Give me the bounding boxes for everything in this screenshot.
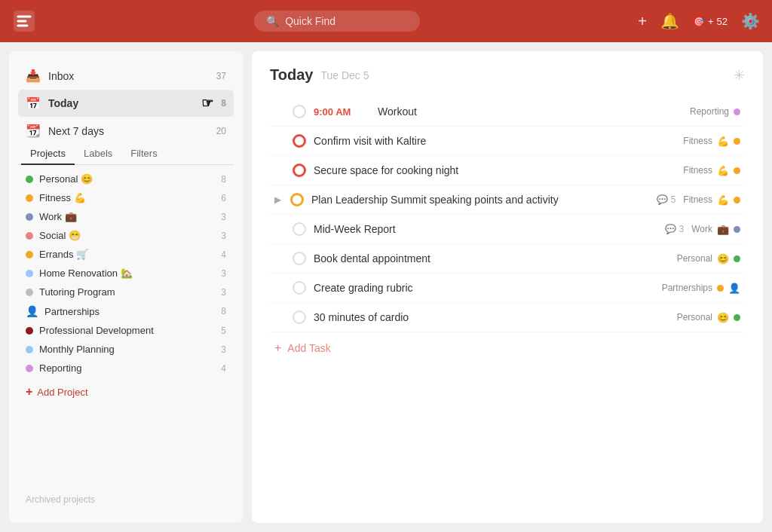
task-project-dot-t3 bbox=[734, 167, 740, 174]
project-dot-fitness bbox=[26, 194, 33, 202]
tab-projects[interactable]: Projects bbox=[21, 145, 75, 165]
task-meta-t5: Work 💼 bbox=[691, 224, 740, 235]
project-count-monthly: 3 bbox=[221, 344, 226, 355]
task-text-t1: Workout bbox=[378, 105, 682, 118]
sidebar-item-personal[interactable]: Personal 😊 8 bbox=[18, 170, 234, 188]
sidebar-item-tutoring[interactable]: Tutoring Program 3 bbox=[18, 283, 234, 301]
task-item-t2[interactable]: Confirm visit with Kaltire Fitness 💪 bbox=[270, 127, 745, 156]
task-text-t2: Confirm visit with Kaltire bbox=[314, 135, 676, 147]
task-project-t2: Fitness bbox=[683, 136, 712, 146]
topbar-actions: + 🔔 🎯 + 52 ⚙️ bbox=[638, 12, 760, 30]
project-dot-work bbox=[26, 213, 33, 221]
next7-label: Next 7 days bbox=[48, 125, 209, 137]
task-checkbox-t7[interactable] bbox=[293, 281, 306, 295]
main-content: Today Tue Dec 5 ✳ 9:00 AM Workout Report… bbox=[252, 51, 763, 523]
today-label: Today bbox=[48, 97, 191, 109]
sidebar-item-social[interactable]: Social 😁 3 bbox=[18, 226, 234, 245]
tab-labels[interactable]: Labels bbox=[75, 145, 121, 165]
sidebar-item-home[interactable]: Home Renovation 🏡 3 bbox=[18, 264, 234, 283]
karma-value: 52 bbox=[717, 16, 728, 27]
sidebar-item-errands[interactable]: Errands 🛒 4 bbox=[18, 245, 234, 264]
task-item-t4[interactable]: ▶ Plan Leadership Summit speaking points… bbox=[270, 185, 745, 215]
sidebar-item-today[interactable]: 📅 Today ☞ 8 bbox=[18, 90, 234, 117]
add-task-label: Add Task bbox=[287, 342, 330, 354]
task-item-t8[interactable]: 30 minutes of cardio Personal 😊 bbox=[270, 303, 745, 332]
project-count-personal: 8 bbox=[221, 174, 226, 185]
task-project-dot-t4 bbox=[734, 197, 740, 203]
task-project-t8: Personal bbox=[677, 312, 712, 323]
projects-tabs: Projects Labels Filters bbox=[18, 145, 234, 165]
task-project-t6: Personal bbox=[677, 253, 712, 264]
task-project-emoji-t2: 💪 bbox=[717, 136, 729, 147]
sidebar-item-fitness[interactable]: Fitness 💪 6 bbox=[18, 188, 234, 207]
task-meta-t4: Fitness 💪 bbox=[683, 194, 740, 206]
add-task-row[interactable]: + Add Task bbox=[270, 332, 745, 364]
project-dot-reporting bbox=[26, 365, 33, 372]
sidebar-item-next7[interactable]: 📆 Next 7 days 20 bbox=[18, 118, 234, 143]
task-item-t5[interactable]: Mid-Week Report 💬 3 Work 💼 bbox=[270, 215, 745, 244]
task-text-t4: Plan Leadership Summit speaking points a… bbox=[311, 194, 649, 206]
task-item-t1[interactable]: 9:00 AM Workout Reporting bbox=[270, 97, 745, 127]
topbar: 🔍 Quick Find + 🔔 🎯 + 52 ⚙️ bbox=[0, 0, 772, 42]
add-task-plus-icon: + bbox=[274, 341, 281, 355]
content-date: Tue Dec 5 bbox=[320, 69, 369, 81]
inbox-label: Inbox bbox=[48, 70, 209, 82]
task-item-t3[interactable]: Secure space for cooking night Fitness 💪 bbox=[270, 156, 745, 185]
settings-snowflake-icon[interactable]: ✳ bbox=[734, 68, 745, 83]
add-project-button[interactable]: + Add Project bbox=[18, 381, 234, 403]
task-checkbox-t1[interactable] bbox=[293, 105, 306, 118]
project-label-reporting: Reporting bbox=[39, 362, 215, 374]
karma-icon: 🎯 bbox=[693, 16, 705, 27]
sidebar-item-inbox[interactable]: 📥 Inbox 37 bbox=[18, 63, 234, 88]
task-project-dot-t8 bbox=[734, 314, 740, 321]
task-meta-t2: Fitness 💪 bbox=[683, 136, 740, 147]
task-meta-t6: Personal 😊 bbox=[677, 253, 740, 264]
settings-gear-icon[interactable]: ⚙️ bbox=[741, 12, 760, 30]
task-project-emoji-t5: 💼 bbox=[717, 224, 729, 235]
project-label-home: Home Renovation 🏡 bbox=[39, 268, 215, 279]
content-header: Today Tue Dec 5 ✳ bbox=[270, 66, 745, 84]
task-item-t6[interactable]: Book dental appointment Personal 😊 bbox=[270, 244, 745, 274]
project-count-fitness: 6 bbox=[221, 193, 226, 203]
projects-list: Personal 😊 8 Fitness 💪 6 Work 💼 3 Social… bbox=[18, 170, 234, 378]
project-label-fitness: Fitness 💪 bbox=[39, 192, 215, 203]
project-dot-tutoring bbox=[26, 289, 33, 296]
task-checkbox-t3[interactable] bbox=[293, 164, 306, 177]
task-project-emoji-t3: 💪 bbox=[717, 165, 729, 176]
expand-arrow-icon[interactable]: ▶ bbox=[274, 194, 281, 205]
page-title: Today bbox=[270, 66, 313, 84]
project-dot-social bbox=[26, 232, 33, 240]
sidebar-item-prodev[interactable]: Professional Development 5 bbox=[18, 321, 234, 340]
app-logo[interactable] bbox=[12, 9, 36, 33]
project-label-errands: Errands 🛒 bbox=[39, 249, 215, 260]
task-checkbox-t2[interactable] bbox=[293, 134, 306, 148]
task-meta-t7: Partnerships 👤 bbox=[662, 283, 740, 294]
task-list: 9:00 AM Workout Reporting Confirm visit … bbox=[270, 97, 745, 332]
sidebar-item-monthly[interactable]: Monthly Planning 3 bbox=[18, 340, 234, 359]
next7-calendar-icon: 📆 bbox=[26, 124, 41, 138]
task-checkbox-t5[interactable] bbox=[293, 222, 306, 236]
task-checkbox-t8[interactable] bbox=[293, 310, 306, 324]
tab-filters[interactable]: Filters bbox=[121, 145, 166, 165]
sidebar-item-work[interactable]: Work 💼 3 bbox=[18, 207, 234, 226]
sidebar-item-partnerships[interactable]: 👤 Partnerships 8 bbox=[18, 301, 234, 321]
header-actions: ✳ bbox=[734, 67, 745, 84]
add-button[interactable]: + bbox=[638, 13, 647, 30]
task-item-t7[interactable]: Create grading rubric Partnerships 👤 bbox=[270, 274, 745, 303]
project-label-monthly: Monthly Planning bbox=[39, 344, 215, 355]
sidebar-item-reporting[interactable]: Reporting 4 bbox=[18, 359, 234, 378]
comment-count-t4: 💬 5 bbox=[657, 194, 676, 205]
project-count-tutoring: 3 bbox=[221, 287, 226, 298]
quick-find-search[interactable]: 🔍 Quick Find bbox=[254, 11, 420, 32]
project-count-work: 3 bbox=[221, 212, 226, 222]
partnerships-person-icon: 👤 bbox=[26, 305, 38, 317]
task-checkbox-t6[interactable] bbox=[293, 252, 306, 265]
project-count-social: 3 bbox=[221, 231, 226, 241]
today-calendar-icon: 📅 bbox=[26, 96, 41, 111]
karma-badge[interactable]: 🎯 + 52 bbox=[693, 16, 728, 27]
task-checkbox-t4[interactable] bbox=[290, 193, 304, 206]
notification-bell-icon[interactable]: 🔔 bbox=[660, 12, 679, 30]
task-project-dot-t1 bbox=[734, 109, 740, 115]
project-count-errands: 4 bbox=[221, 249, 226, 260]
search-icon: 🔍 bbox=[266, 15, 279, 27]
